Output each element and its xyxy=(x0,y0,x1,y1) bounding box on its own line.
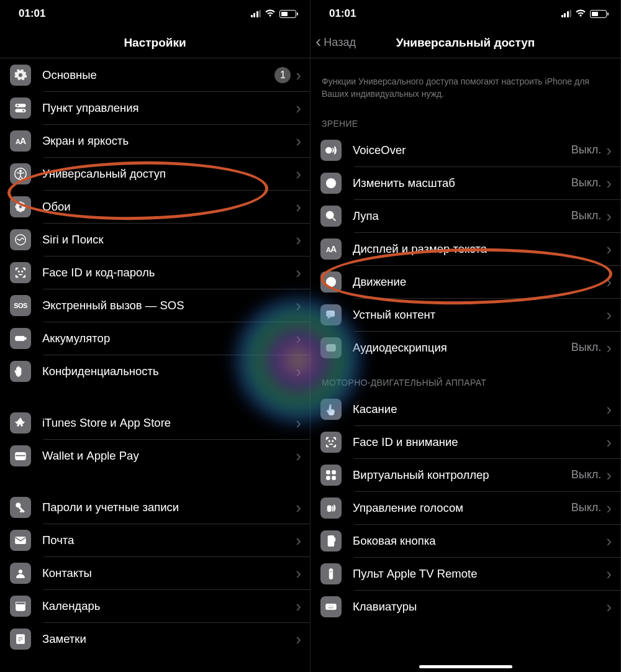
svg-rect-36 xyxy=(327,311,335,316)
chevron-right-icon: › xyxy=(606,142,612,158)
settings-row[interactable]: Пункт управления› xyxy=(0,91,310,124)
settings-row[interactable]: SOSЭкстренный вызов — SOS› xyxy=(0,289,310,322)
settings-group: VoiceOverВыкл.›Изменить масштабВыкл.›Луп… xyxy=(310,134,620,364)
settings-row[interactable]: Календарь› xyxy=(0,589,310,622)
chevron-right-icon: › xyxy=(606,434,612,450)
row-label: Siri и Поиск xyxy=(42,233,296,247)
row-label: Движение xyxy=(353,275,606,289)
faceid-icon xyxy=(320,432,342,453)
settings-row[interactable]: Боковая кнопка› xyxy=(310,524,620,557)
settings-row[interactable]: Wallet и Apple Pay› xyxy=(0,439,310,472)
settings-row[interactable]: Клавиатуры› xyxy=(310,590,620,623)
phone-settings: 01:01 Настройки Основные1›Пункт управлен… xyxy=(0,0,310,672)
gear-icon xyxy=(10,65,31,86)
settings-row[interactable]: Пароли и учетные записи› xyxy=(0,491,310,524)
settings-row[interactable]: Контакты› xyxy=(0,556,310,589)
settings-row[interactable]: Конфиденциальность› xyxy=(0,355,310,388)
settings-row[interactable]: Виртуальный контроллерВыкл.› xyxy=(310,458,620,491)
svg-point-10 xyxy=(17,202,20,206)
settings-row[interactable]: Универсальный доступ› xyxy=(0,157,310,190)
contact-icon xyxy=(10,563,31,584)
settings-group: Касание›Face ID и внимание›Виртуальный к… xyxy=(310,393,620,623)
settings-row[interactable]: Основные1› xyxy=(0,58,310,91)
svg-point-1 xyxy=(17,104,19,107)
settings-row[interactable]: Изменить масштабВыкл.› xyxy=(310,166,620,199)
settings-row[interactable]: Face ID и код-пароль› xyxy=(0,256,310,289)
settings-row[interactable]: Заметки› xyxy=(0,622,310,655)
nav-bar: ‹ Назад Универсальный доступ xyxy=(310,27,620,58)
nav-title: Настройки xyxy=(124,36,186,50)
chevron-right-icon: › xyxy=(606,340,612,356)
settings-row[interactable]: Управление голосомВыкл.› xyxy=(310,491,620,524)
chevron-right-icon: › xyxy=(296,100,301,116)
settings-row[interactable]: Siri и Поиск› xyxy=(0,223,310,256)
settings-row[interactable]: iTunes Store и App Store› xyxy=(0,406,310,439)
motion-icon xyxy=(320,271,342,293)
chevron-right-icon: › xyxy=(296,199,301,215)
row-label: Лупа xyxy=(353,209,571,223)
svg-rect-17 xyxy=(16,336,25,340)
speech-icon xyxy=(320,304,342,325)
settings-row[interactable]: Почта› xyxy=(0,524,310,556)
svg-point-39 xyxy=(329,440,330,441)
row-label: Заметки xyxy=(42,632,296,646)
settings-row[interactable]: AAЭкран и яркость› xyxy=(0,124,310,157)
svg-rect-20 xyxy=(16,455,26,456)
status-icons xyxy=(251,9,297,19)
settings-row[interactable]: ЛупаВыкл.› xyxy=(310,199,620,232)
chevron-right-icon: › xyxy=(606,500,612,516)
svg-point-13 xyxy=(21,207,24,211)
row-label: Почта xyxy=(42,534,296,547)
section-description: Функции Универсального доступа помогают … xyxy=(310,58,620,105)
back-label: Назад xyxy=(324,36,356,49)
grid-icon xyxy=(320,465,342,486)
settings-group: Пароли и учетные записи›Почта›Контакты›К… xyxy=(0,491,310,655)
settings-list[interactable]: Основные1›Пункт управления›AAЭкран и ярк… xyxy=(0,58,310,672)
chevron-right-icon: › xyxy=(296,499,301,515)
home-indicator xyxy=(419,665,512,668)
chevron-right-icon: › xyxy=(606,599,612,615)
mail-icon xyxy=(10,530,31,551)
settings-row[interactable]: Движение› xyxy=(310,265,620,298)
settings-row[interactable]: Касание› xyxy=(310,393,620,425)
settings-row[interactable]: AAДисплей и размер текста› xyxy=(310,232,620,265)
svg-point-32 xyxy=(327,178,336,188)
row-label: Основные xyxy=(42,68,274,82)
svg-rect-43 xyxy=(327,476,330,480)
svg-rect-48 xyxy=(329,568,333,579)
settings-row[interactable]: Face ID и внимание› xyxy=(310,425,620,458)
chevron-right-icon: › xyxy=(606,274,612,290)
chevron-right-icon: › xyxy=(606,401,612,417)
AA-icon: AA xyxy=(10,130,31,152)
settings-row[interactable]: Пульт Apple TV Remote› xyxy=(310,557,620,590)
zoom-icon xyxy=(320,173,342,194)
settings-row[interactable]: Обои› xyxy=(0,190,310,223)
section-header: МОТОРНО-ДВИГАТЕЛЬНЫЙ АППАРАТ xyxy=(310,364,620,393)
svg-rect-45 xyxy=(328,506,332,511)
sidebtn-icon xyxy=(320,530,342,552)
row-label: Универсальный доступ xyxy=(42,167,296,181)
row-value: Выкл. xyxy=(571,209,602,222)
row-label: Устный контент xyxy=(353,308,606,322)
chevron-right-icon: › xyxy=(296,532,301,548)
settings-row[interactable]: Аккумулятор› xyxy=(0,322,310,355)
battery-icon xyxy=(279,10,296,18)
battery-icon xyxy=(10,328,31,349)
row-label: Аккумулятор xyxy=(42,332,296,345)
siri-icon xyxy=(10,229,31,250)
settings-row[interactable]: VoiceOverВыкл.› xyxy=(310,134,620,166)
settings-row[interactable]: ADАудиодескрипцияВыкл.› xyxy=(310,331,620,364)
row-label: Управление голосом xyxy=(353,501,571,515)
accessibility-list[interactable]: Функции Универсального доступа помогают … xyxy=(310,58,620,672)
chevron-right-icon: › xyxy=(296,166,301,182)
settings-row[interactable]: Устный контент› xyxy=(310,298,620,331)
nav-title: Универсальный доступ xyxy=(396,36,535,50)
sos-icon: SOS xyxy=(10,295,31,316)
back-button[interactable]: ‹ Назад xyxy=(315,27,356,58)
battery-icon xyxy=(590,10,607,18)
row-value: Выкл. xyxy=(571,468,602,481)
chevron-right-icon: › xyxy=(296,448,301,464)
chevron-right-icon: › xyxy=(606,566,612,582)
chevron-right-icon: › xyxy=(296,297,301,314)
magnifier-icon xyxy=(320,206,342,227)
